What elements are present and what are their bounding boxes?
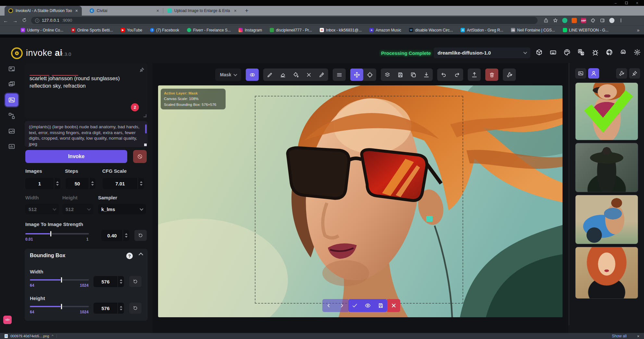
bookmark-neil-fontaine[interactable]: caNeil Fontaine | CGS... bbox=[511, 28, 555, 32]
help-icon[interactable]: ? bbox=[126, 253, 133, 259]
gallery-thumbnail[interactable] bbox=[575, 247, 638, 299]
mask-options-button[interactable] bbox=[246, 69, 259, 81]
bookmark-disciple[interactable]: discipleneil777 - Pr... bbox=[270, 28, 312, 32]
tab-training[interactable] bbox=[6, 141, 18, 152]
slider-thumb[interactable] bbox=[61, 304, 62, 309]
stepper[interactable] bbox=[118, 276, 124, 287]
tab-image-to-image[interactable] bbox=[6, 78, 18, 90]
stepper[interactable] bbox=[118, 303, 124, 314]
bookmark-instagram[interactable]: Instagram bbox=[239, 28, 262, 32]
save-to-gallery-button[interactable] bbox=[394, 69, 407, 81]
color-picker-button[interactable] bbox=[315, 69, 328, 81]
redo-button[interactable] bbox=[450, 69, 463, 81]
hotkeys-keyboard-icon[interactable] bbox=[550, 49, 557, 56]
height-select[interactable]: 512 bbox=[62, 204, 93, 214]
layer-select[interactable]: Mask bbox=[215, 69, 241, 81]
prompt-input[interactable]: scarlett johansson (round sunglasses) re… bbox=[25, 64, 148, 119]
gallery-uploads-toggle[interactable] bbox=[588, 68, 599, 79]
cfg-input[interactable]: 7.01 bbox=[103, 178, 144, 189]
tab-unified-canvas[interactable] bbox=[5, 94, 18, 107]
steps-input[interactable]: 50 bbox=[66, 178, 95, 189]
resize-handle-icon[interactable] bbox=[143, 114, 146, 117]
brush-tool-button[interactable] bbox=[263, 69, 276, 81]
share-icon[interactable] bbox=[543, 18, 549, 23]
slider-thumb[interactable] bbox=[50, 231, 52, 237]
show-all-downloads-link[interactable]: Show all bbox=[612, 334, 626, 338]
gallery-thumbnail-selected[interactable] bbox=[575, 82, 638, 140]
site-info-icon[interactable]: i bbox=[35, 19, 39, 23]
model-select[interactable]: dreamlike-diffusion-1.0 bbox=[434, 47, 530, 58]
bookmarks-overflow-chevron[interactable]: » bbox=[637, 28, 639, 33]
bookmark-artstation[interactable]: AArtStation - Greg R... bbox=[461, 28, 503, 32]
settings-gear-icon[interactable] bbox=[634, 49, 641, 56]
stepper[interactable] bbox=[123, 230, 129, 241]
bookmark-amazon-music[interactable]: aAmazon Music bbox=[369, 28, 401, 32]
strength-reset-button[interactable] bbox=[134, 230, 147, 241]
eraser-tool-button[interactable] bbox=[276, 69, 289, 81]
bbox-width-slider[interactable] bbox=[30, 279, 89, 281]
report-bug-icon[interactable] bbox=[592, 49, 599, 56]
erase-bounding-box-button[interactable] bbox=[302, 69, 315, 81]
pin-gallery-button[interactable] bbox=[629, 68, 640, 79]
show-hide-staging-button[interactable] bbox=[361, 299, 374, 312]
bbox-width-reset-button[interactable] bbox=[129, 276, 142, 287]
strength-slider[interactable] bbox=[25, 233, 89, 234]
bookmark-webtoon[interactable]: LINE WEBTOON - G... bbox=[563, 28, 609, 32]
forward-button[interactable]: → bbox=[13, 18, 18, 23]
reset-view-button[interactable] bbox=[363, 69, 376, 81]
sampler-select[interactable]: k_lms bbox=[98, 204, 146, 214]
save-staging-button[interactable] bbox=[374, 299, 387, 312]
download-caret-icon[interactable]: ^ bbox=[52, 334, 53, 338]
width-select[interactable]: 512 bbox=[25, 204, 59, 214]
console-toggle-button[interactable]: </> bbox=[3, 316, 12, 324]
strength-input[interactable]: 0.40 bbox=[101, 230, 129, 241]
extensions-puzzle-icon[interactable] bbox=[590, 18, 596, 23]
reload-button[interactable] bbox=[22, 18, 27, 23]
slider-thumb[interactable] bbox=[61, 277, 62, 283]
bbox-height-reset-button[interactable] bbox=[129, 303, 142, 314]
new-tab-button[interactable]: + bbox=[242, 6, 251, 15]
scrollbar-thumb[interactable] bbox=[145, 124, 147, 133]
close-window-button[interactable]: × bbox=[636, 1, 638, 5]
tab-close-icon[interactable]: × bbox=[75, 8, 79, 13]
invoke-button[interactable]: Invoke bbox=[25, 150, 127, 163]
sidepanel-icon[interactable] bbox=[600, 18, 605, 23]
bbox-height-slider[interactable] bbox=[30, 306, 89, 307]
bookmark-star-icon[interactable] bbox=[553, 18, 558, 23]
undo-button[interactable] bbox=[437, 69, 450, 81]
download-image-button[interactable] bbox=[420, 69, 433, 81]
canvas-image[interactable]: Active Layer: Mask Canvas Scale: 108% Sc… bbox=[158, 85, 563, 317]
language-translate-icon[interactable] bbox=[577, 49, 585, 56]
bookmark-fiverr[interactable]: Fiverr - Freelance S... bbox=[187, 28, 231, 32]
bounding-box-outline[interactable] bbox=[255, 96, 463, 304]
stepper[interactable] bbox=[54, 178, 60, 189]
gallery-settings-button[interactable] bbox=[616, 68, 627, 79]
bookmark-youtube[interactable]: ▶YouTube bbox=[121, 28, 142, 32]
bookmark-sports[interactable]: BOnline Sports Betti... bbox=[71, 28, 113, 32]
next-image-button[interactable] bbox=[335, 299, 348, 312]
close-download-bar-button[interactable]: × bbox=[637, 334, 639, 339]
collapse-chevron-icon[interactable] bbox=[139, 253, 143, 257]
bookmark-udemy[interactable]: UUdemy - Online Co... bbox=[21, 28, 63, 32]
stepper[interactable] bbox=[89, 178, 95, 189]
stepper[interactable] bbox=[138, 178, 144, 189]
tab-close-icon[interactable]: × bbox=[233, 8, 237, 13]
canvas-settings-button[interactable] bbox=[503, 69, 516, 81]
bookmark-facebook[interactable]: f(7) Facebook bbox=[150, 28, 179, 32]
discard-staging-button[interactable] bbox=[387, 299, 400, 312]
minimize-button[interactable]: – bbox=[614, 1, 616, 5]
theme-palette-icon[interactable] bbox=[564, 49, 571, 56]
gallery-divider[interactable] bbox=[569, 63, 569, 325]
copy-to-clipboard-button[interactable] bbox=[407, 69, 420, 81]
tab-text-to-image[interactable] bbox=[6, 63, 18, 75]
cancel-button[interactable] bbox=[133, 150, 147, 163]
discord-icon[interactable] bbox=[620, 49, 627, 56]
github-icon[interactable] bbox=[606, 49, 613, 56]
menu-kebab-icon[interactable] bbox=[619, 18, 623, 23]
merge-visible-button[interactable] bbox=[381, 69, 394, 81]
bookmark-inbox[interactable]: MInbox - klk56831@... bbox=[320, 28, 362, 32]
extension-green-icon[interactable] bbox=[562, 18, 567, 23]
address-bar[interactable]: i 127.0.0.1:9090 bbox=[31, 17, 538, 24]
tab-civitai[interactable]: C Civitai × bbox=[86, 6, 163, 16]
tab-close-icon[interactable]: × bbox=[156, 8, 160, 13]
